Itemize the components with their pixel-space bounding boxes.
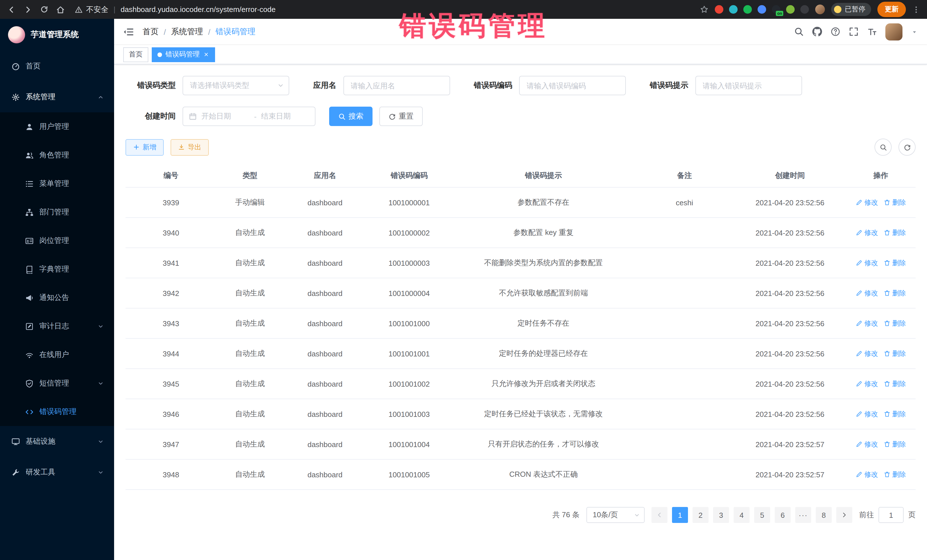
security-warning[interactable]: 不安全 [75, 4, 108, 15]
page-button[interactable]: 5 [754, 507, 770, 523]
error-code-type-select[interactable]: 请选择错误码类型 [182, 76, 289, 95]
sidebar-toggle-icon[interactable] [123, 27, 134, 37]
show-search-button[interactable] [874, 138, 892, 156]
extension-icon[interactable] [786, 5, 795, 14]
sidebar-item[interactable]: 部门管理 [0, 198, 114, 226]
sidebar-item[interactable]: 在线用户 [0, 340, 114, 369]
delete-link[interactable]: 删除 [884, 258, 906, 268]
trash-icon [884, 350, 891, 357]
navbar-actions [794, 23, 918, 40]
error-code-input[interactable] [520, 76, 625, 95]
delete-link[interactable]: 删除 [884, 439, 906, 449]
delete-link[interactable]: 删除 [884, 197, 906, 207]
page-size-select[interactable]: 10条/页 [587, 507, 644, 523]
sidebar-item[interactable]: 首页 [0, 51, 114, 82]
breadcrumb-home[interactable]: 首页 [143, 27, 159, 37]
sidebar-item[interactable]: 角色管理 [0, 141, 114, 169]
sidebar-item[interactable]: 系统管理 [0, 82, 114, 112]
sidebar-item[interactable]: 用户管理 [0, 112, 114, 141]
browser-home-icon[interactable] [56, 5, 65, 14]
close-icon[interactable] [203, 51, 209, 58]
view-tab[interactable]: 错误码管理 [152, 47, 215, 62]
delete-link[interactable]: 删除 [884, 379, 906, 389]
page-button[interactable]: ··· [795, 507, 811, 523]
paused-badge[interactable]: 已暂停 [831, 3, 871, 16]
edit-link[interactable]: 修改 [856, 228, 878, 238]
sidebar-item[interactable]: 通知公告 [0, 284, 114, 312]
extension-icon[interactable]: on [772, 5, 780, 14]
sidebar-item[interactable]: 基础设施 [0, 426, 114, 457]
sidebar-item[interactable]: 短信管理 [0, 369, 114, 398]
cell-code: 1001000004 [366, 289, 452, 297]
sidebar-item[interactable]: 审计日志 [0, 312, 114, 340]
edit-link[interactable]: 修改 [856, 288, 878, 298]
delete-link[interactable]: 删除 [884, 349, 906, 358]
edit-link[interactable]: 修改 [856, 409, 878, 419]
github-icon[interactable] [812, 27, 822, 36]
edit-link[interactable]: 修改 [856, 349, 878, 358]
goto-page-input[interactable] [878, 507, 904, 523]
edit-link[interactable]: 修改 [856, 470, 878, 479]
extension-icon[interactable] [800, 5, 809, 14]
extension-icon[interactable] [715, 5, 723, 14]
search-icon[interactable] [794, 27, 804, 36]
sidebar-item[interactable]: 岗位管理 [0, 226, 114, 255]
prev-page-button[interactable] [652, 507, 667, 523]
cell-hint: 定时任务已经处于该状态，无需修改 [452, 409, 635, 419]
user-avatar[interactable] [885, 23, 903, 40]
edit-link[interactable]: 修改 [856, 379, 878, 389]
delete-link[interactable]: 删除 [884, 470, 906, 479]
error-hint-input[interactable] [696, 76, 801, 95]
question-icon[interactable] [831, 27, 840, 36]
next-page-button[interactable] [836, 507, 852, 523]
breadcrumb-system[interactable]: 系统管理 [171, 27, 203, 37]
fullscreen-icon[interactable] [849, 27, 859, 36]
browser-menu-icon[interactable] [912, 5, 920, 14]
delete-link[interactable]: 删除 [884, 319, 906, 328]
edit-link[interactable]: 修改 [856, 439, 878, 449]
delete-link[interactable]: 删除 [884, 409, 906, 419]
page-button[interactable]: 6 [775, 507, 791, 523]
extension-icon[interactable] [743, 5, 752, 14]
delete-link[interactable]: 删除 [884, 288, 906, 298]
sidebar-item[interactable]: 字典管理 [0, 255, 114, 284]
extension-icon[interactable] [758, 5, 766, 14]
sidebar-item[interactable]: 研发工具 [0, 457, 114, 487]
bookmark-star-icon[interactable] [700, 5, 708, 14]
cell-time: 2021-04-20 23:52:56 [734, 319, 846, 328]
sidebar-menu: 首页 系统管理 用户管理 角色管理 菜单管理 [0, 51, 114, 487]
sidebar-item[interactable]: 菜单管理 [0, 169, 114, 198]
page-button[interactable]: 3 [713, 507, 729, 523]
caret-down-icon[interactable] [911, 28, 918, 35]
reload-icon[interactable] [40, 5, 49, 14]
page-button[interactable]: 4 [734, 507, 749, 523]
delete-link[interactable]: 删除 [884, 228, 906, 238]
tags-view-bar: 首页 错误码管理 [114, 45, 927, 64]
add-button[interactable]: 新增 [126, 139, 164, 155]
search-button[interactable]: 搜索 [329, 107, 372, 126]
edit-link[interactable]: 修改 [856, 319, 878, 328]
browser-update-button[interactable]: 更新 [877, 2, 906, 17]
refresh-table-button[interactable] [898, 138, 916, 156]
page-button[interactable]: 8 [816, 507, 832, 523]
forward-icon[interactable] [23, 5, 32, 14]
edit-link[interactable]: 修改 [856, 258, 878, 268]
sidebar-item[interactable]: 错误码管理 [0, 398, 114, 426]
cell-remark: ceshi [635, 198, 734, 207]
app-logo[interactable]: 芋道管理系统 [0, 19, 114, 51]
address-bar[interactable]: 不安全 | dashboard.yudao.iocoder.cn/system/… [75, 4, 275, 15]
filter-row-2: 创建时间 开始日期 - 结束日期 搜索 重置 [126, 107, 916, 126]
edit-icon [856, 411, 863, 417]
reset-button[interactable]: 重置 [379, 107, 423, 126]
extension-icon[interactable] [729, 5, 738, 14]
date-range-picker[interactable]: 开始日期 - 结束日期 [182, 107, 316, 126]
app-name-input[interactable] [344, 76, 449, 95]
edit-link[interactable]: 修改 [856, 197, 878, 207]
page-button[interactable]: 1 [672, 507, 688, 523]
back-icon[interactable] [7, 5, 16, 14]
view-tab[interactable]: 首页 [123, 47, 148, 62]
page-button[interactable]: 2 [693, 507, 708, 523]
export-button[interactable]: 导出 [170, 139, 209, 155]
fontsize-icon[interactable] [867, 27, 877, 36]
browser-profile-avatar[interactable] [815, 5, 825, 14]
